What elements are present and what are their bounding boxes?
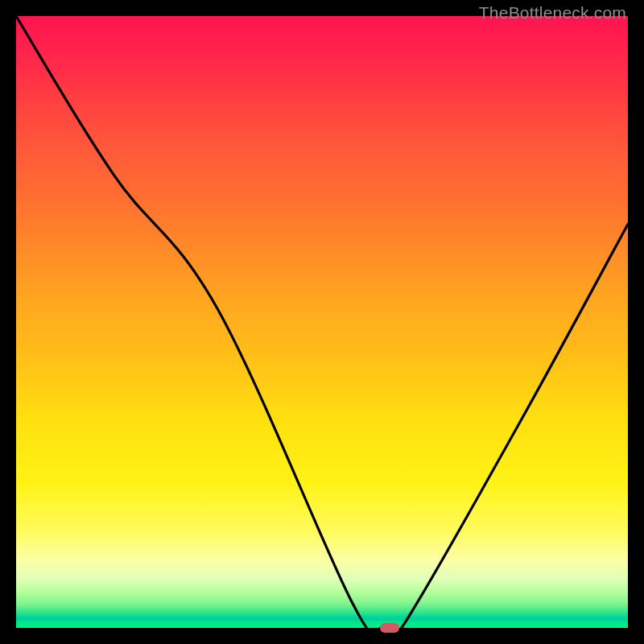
chart-frame: TheBottleneck.com (0, 0, 644, 644)
watermark-text: TheBottleneck.com (479, 3, 626, 23)
bottleneck-curve (16, 16, 628, 628)
plot-area (16, 16, 628, 628)
optimal-marker (380, 623, 399, 633)
curve-path (16, 16, 628, 628)
